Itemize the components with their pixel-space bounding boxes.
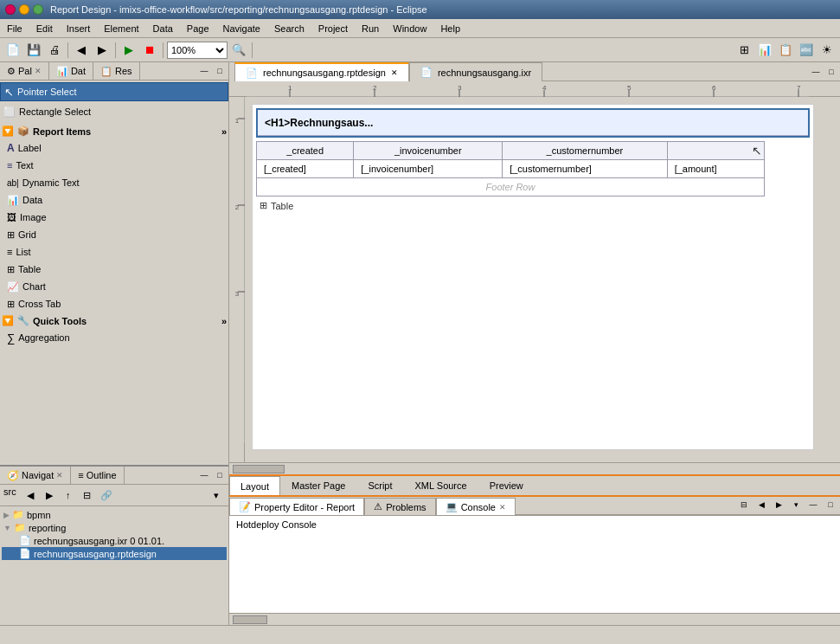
editor-max[interactable]: □ [824, 65, 838, 79]
rptdesign-tab-close[interactable]: ✕ [391, 68, 398, 77]
nav-back-btn[interactable]: ◀ [22, 486, 39, 504]
console-close-icon[interactable]: ✕ [499, 503, 506, 512]
rptdesign-tab-label: rechnungsausgang.rptdesign [263, 68, 386, 78]
bp-btn3[interactable]: ▶ [771, 497, 786, 512]
item-data[interactable]: 📊 Data [3, 191, 228, 209]
sep4 [252, 42, 253, 58]
nav-close-icon[interactable]: ✕ [56, 471, 63, 480]
h-scroll-thumb[interactable] [233, 465, 285, 473]
tab-palette[interactable]: ⚙ Pal ✕ [0, 62, 49, 80]
editor-min[interactable]: — [809, 65, 823, 79]
run-button[interactable]: ▶ [119, 41, 138, 60]
h-scrollbar[interactable] [229, 462, 840, 474]
menu-search[interactable]: Search [267, 19, 311, 37]
label-text: Label [18, 143, 42, 153]
save-button[interactable]: 💾 [24, 41, 43, 60]
nav-panel-min[interactable]: — [197, 468, 211, 482]
nav-collapse-btn[interactable]: ⊟ [79, 486, 96, 504]
nav-panel-max[interactable]: □ [213, 468, 227, 482]
window-controls[interactable] [5, 4, 43, 15]
panel-maximize[interactable]: □ [213, 64, 227, 78]
tree-ixr-file[interactable]: 📄 rechnungsausgang.ixr 0 01.01. [2, 534, 227, 547]
tab-data[interactable]: 📊 Dat [49, 62, 93, 80]
tree-rptdesign-file[interactable]: 📄 rechnungsausgang.rptdesign [2, 547, 227, 560]
bp-btn2[interactable]: ◀ [753, 497, 769, 512]
next-button[interactable]: ▶ [93, 41, 112, 60]
item-table[interactable]: ⊞ Table [3, 261, 228, 278]
toolbar-extra2[interactable]: 📊 [755, 41, 774, 60]
menu-help[interactable]: Help [433, 19, 467, 37]
menu-project[interactable]: Project [311, 19, 355, 37]
bp-btn4[interactable]: ▾ [788, 497, 804, 512]
bottom-scroll-thumb[interactable] [233, 615, 267, 624]
stop-button[interactable]: ⏹ [140, 41, 159, 60]
report-table: _created _invoicenumber _customernumber [256, 141, 782, 196]
design-tab-masterpage[interactable]: Master Page [280, 476, 356, 495]
quick-tools-list: ∑ Aggregation [0, 329, 228, 346]
zoom-icon[interactable]: 🔍 [229, 41, 248, 60]
design-tab-preview[interactable]: Preview [478, 476, 535, 495]
item-dynamic-text[interactable]: ab| Dynamic Text [3, 174, 228, 191]
bp-btn1[interactable]: ⊟ [736, 497, 752, 512]
design-tab-xmlsource[interactable]: XML Source [404, 476, 478, 495]
report-items-section[interactable]: 🔽 📦 Report Items » [0, 123, 228, 139]
nav-link-btn[interactable]: 🔗 [98, 486, 115, 504]
quick-tools-section[interactable]: 🔽 🔧 Quick Tools » [0, 312, 228, 329]
tab-console[interactable]: 💻 Console ✕ [436, 498, 516, 515]
rectangle-select-tool[interactable]: ⬜ Rectangle Select [0, 102, 228, 121]
pointer-select-tool[interactable]: ↖ Pointer Select [0, 82, 228, 101]
item-image[interactable]: 🖼 Image [3, 209, 228, 226]
item-grid[interactable]: ⊞ Grid [3, 226, 228, 243]
item-aggregation[interactable]: ∑ Aggregation [3, 329, 228, 346]
menu-window[interactable]: Window [386, 19, 433, 37]
design-tab-script[interactable]: Script [356, 476, 403, 495]
prev-button[interactable]: ◀ [72, 41, 91, 60]
toolbar-extra3[interactable]: 📋 [776, 41, 795, 60]
item-cross-tab[interactable]: ⊞ Cross Tab [3, 295, 228, 312]
menu-element[interactable]: Element [97, 19, 145, 37]
menu-data[interactable]: Data [146, 19, 180, 37]
bp-btn5[interactable]: — [805, 497, 821, 512]
tab-resources[interactable]: 📋 Res [93, 62, 140, 80]
item-text[interactable]: ≡ Text [3, 157, 228, 174]
tab-rptdesign[interactable]: 📄 rechnungsausgang.rptdesign ✕ [234, 62, 409, 81]
panel-minimize[interactable]: — [197, 64, 211, 78]
item-label[interactable]: A Label [3, 139, 228, 157]
tree-reporting[interactable]: ▼ 📁 reporting [2, 521, 227, 534]
print-button[interactable]: 🖨 [45, 41, 64, 60]
palette-icon: ⚙ [7, 66, 16, 77]
maximize-button[interactable] [33, 4, 43, 15]
nav-menu-btn[interactable]: ▾ [208, 486, 225, 504]
toolbar-extra4[interactable]: 🔤 [797, 41, 816, 60]
tree-bpmn[interactable]: ▶ 📁 bpmn [2, 508, 227, 521]
item-list[interactable]: ≡ List [3, 243, 228, 261]
menu-insert[interactable]: Insert [60, 19, 98, 37]
bp-btn6[interactable]: □ [823, 497, 838, 512]
design-tab-layout[interactable]: Layout [229, 476, 280, 495]
tab-problems[interactable]: ⚠ Problems [364, 498, 435, 515]
zoom-select[interactable]: 100% 75% 50% 150% [167, 42, 228, 59]
toolbar-extra5[interactable]: ☀ [818, 41, 837, 60]
tab-outline[interactable]: ≡ Outline [71, 467, 124, 484]
palette-close-icon[interactable]: ✕ [35, 67, 42, 75]
menu-edit[interactable]: Edit [29, 19, 60, 37]
new-button[interactable]: 📄 [3, 41, 22, 60]
minimize-button[interactable] [19, 4, 29, 15]
tab-property-editor[interactable]: 📝 Property Editor - Report [229, 498, 364, 515]
tab-navigator[interactable]: 🧭 Navigat ✕ [0, 467, 71, 484]
palette-panel: ⚙ Pal ✕ 📊 Dat 📋 Res — □ [0, 62, 228, 465]
menu-file[interactable]: File [0, 19, 29, 37]
bottom-h-scrollbar[interactable] [229, 613, 840, 625]
menu-run[interactable]: Run [355, 19, 386, 37]
nav-forward-btn[interactable]: ▶ [41, 486, 58, 504]
nav-up-btn[interactable]: ↑ [60, 486, 77, 504]
menu-navigate[interactable]: Navigate [216, 19, 267, 37]
close-button[interactable] [5, 4, 16, 15]
design-canvas[interactable]: <H1>Rechnungsaus... _created [245, 97, 840, 462]
tab-ixr[interactable]: 📄 rechnungsausgang.ixr [409, 62, 542, 81]
menu-page[interactable]: Page [180, 19, 216, 37]
item-chart[interactable]: 📈 Chart [3, 278, 228, 295]
svg-text:1: 1 [288, 84, 292, 92]
report-header-content[interactable]: <H1>Rechnungsaus... [258, 110, 808, 136]
toolbar-extra1[interactable]: ⊞ [734, 41, 753, 60]
